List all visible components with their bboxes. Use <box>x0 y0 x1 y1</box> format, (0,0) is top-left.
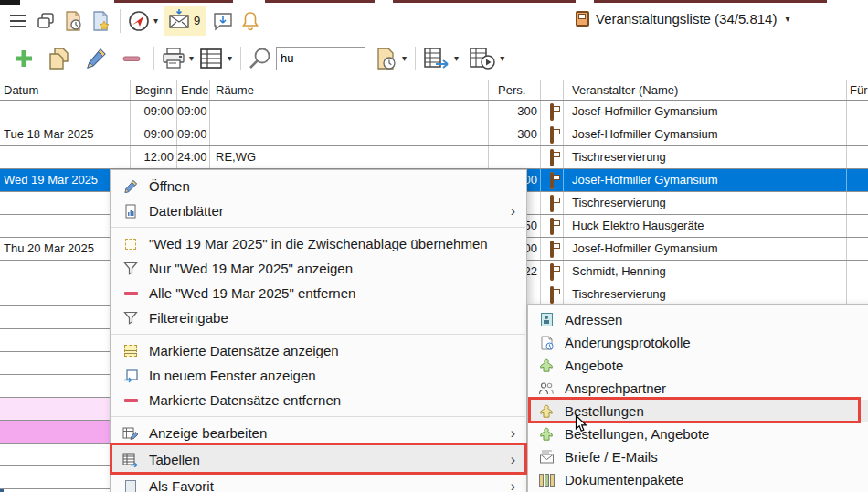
menu-item-remove-all[interactable]: Alle "Wed 19 Mar 2025" entfernen <box>111 281 526 305</box>
new-window-icon <box>122 369 140 383</box>
pencil-icon <box>122 179 140 194</box>
favorite-icon <box>122 480 140 492</box>
menu-item-tables[interactable]: Tabellen› <box>111 445 526 474</box>
col-header-veranstalter[interactable]: Veranstalter (Name) <box>564 80 847 100</box>
view-selector[interactable]: Veranstaltungsliste (34/5.814) ▾ <box>576 11 793 27</box>
view-selector-label: Veranstaltungsliste (34/5.814) <box>596 11 777 27</box>
chevron-down-icon[interactable]: ▾ <box>454 53 459 63</box>
menu-icon[interactable] <box>5 6 32 36</box>
submenu-item-adressen[interactable]: Adressen <box>528 308 868 331</box>
copy-icon[interactable] <box>40 44 77 73</box>
menu-item-as-favorite[interactable]: Als Favorit› <box>111 474 526 492</box>
menu-item-datasheets[interactable]: Datenblätter› <box>111 198 526 223</box>
remove-icon <box>122 399 140 402</box>
cell-icon <box>541 283 564 305</box>
cell-pers: 300 <box>489 123 541 145</box>
chevron-down-icon[interactable]: ▾ <box>785 14 789 24</box>
cell-veranstalter: Huck Elektro Hausgeräte <box>564 215 847 237</box>
menu-item-filter-input[interactable]: Filtereingabe <box>111 305 526 330</box>
menu-item-label: Markierte Datensätze entfernen <box>149 392 521 408</box>
menu-separator <box>111 227 525 228</box>
menu-item-open[interactable]: Öffnen <box>111 174 526 198</box>
comment-download-icon[interactable] <box>209 6 237 36</box>
cell-icon <box>541 146 564 168</box>
menu-item-label: Öffnen <box>149 178 521 194</box>
search-icon[interactable] <box>247 44 274 73</box>
cell-icon <box>541 101 564 123</box>
menu-item-label: Ansprechpartner <box>565 380 866 396</box>
cell-ende: 09:00 <box>177 123 210 145</box>
navigate-icon[interactable] <box>126 6 152 36</box>
col-header-raeume[interactable]: Räume <box>210 80 489 100</box>
remove-icon[interactable] <box>115 44 148 73</box>
col-header-beginn[interactable]: Beginn <box>131 80 177 100</box>
book-icon <box>550 284 554 305</box>
col-header-fuer[interactable]: Für <box>847 80 868 100</box>
menu-item-label: Angebote <box>565 358 866 373</box>
windows-icon[interactable] <box>32 6 59 36</box>
menu-item-filter-only[interactable]: Nur "Wed 19 Mar 2025" anzeigen <box>111 256 526 281</box>
chevron-down-icon[interactable]: ▾ <box>500 53 504 63</box>
table-row[interactable]: Tue 18 Mar 202509:0009:00300Josef-Hofmil… <box>0 123 868 146</box>
menu-item-label: Bestellungen, Angebote <box>565 426 866 442</box>
chevron-down-icon[interactable]: ▾ <box>402 53 407 63</box>
book-icon <box>550 262 554 283</box>
submenu-item-angebote[interactable]: Angebote <box>528 354 868 377</box>
submenu-item-bestellungen-angebote[interactable]: Bestellungen, Angebote <box>528 422 868 445</box>
table-export-icon[interactable] <box>421 44 452 73</box>
favorite-document-icon[interactable] <box>87 6 114 36</box>
mail-received-button[interactable]: 9 <box>164 6 206 36</box>
menu-item-copy-to-clipboard[interactable]: "Wed 19 Mar 2025" in die Zwischenablage … <box>111 231 526 256</box>
chevron-right-icon: › <box>511 426 515 441</box>
cell-fuer <box>847 283 868 305</box>
submenu-item-bestellungen[interactable]: Bestellungen <box>528 400 868 422</box>
table-row[interactable]: 09:0009:00300Josef-Hofmiller Gymansium <box>0 101 868 123</box>
menu-item-label: Änderungsprotokolle <box>565 335 866 350</box>
add-icon[interactable] <box>7 44 40 73</box>
menu-item-remove-marked[interactable]: Markierte Datensätze entfernen <box>111 388 526 412</box>
menu-item-label: Adressen <box>565 312 866 327</box>
schedule-document-icon[interactable] <box>371 44 400 73</box>
table-run-icon[interactable] <box>467 44 498 73</box>
edge-fragment <box>265 0 375 3</box>
menu-item-edit-display[interactable]: Anzeige bearbeiten› <box>111 421 526 445</box>
col-header-pers[interactable]: Pers. <box>489 80 541 100</box>
cell-veranstalter: Josef-Hofmiller Gymansium <box>564 169 847 191</box>
cell-veranstalter: Tischreservierung <box>564 283 847 305</box>
table-row[interactable]: 12:0024:00RE,WGTischreservierung <box>0 146 868 169</box>
menu-item-label: Anzeige bearbeiten <box>149 425 511 441</box>
chevron-down-icon[interactable]: ▾ <box>153 16 158 26</box>
primary-toolbar: ▾ 9 Veranstaltungsliste (34/5.814) ▾ <box>0 5 868 37</box>
bell-icon[interactable] <box>237 6 264 36</box>
recent-document-icon[interactable] <box>59 6 87 36</box>
cell-icon <box>541 123 564 145</box>
col-header-ende[interactable]: Ende <box>177 80 210 100</box>
submenu-item-ansprechpartner[interactable]: Ansprechpartner <box>528 377 868 400</box>
toolbar-separator <box>415 47 416 70</box>
submenu-item-aenderungsprotokolle[interactable]: Änderungsprotokolle <box>528 331 868 354</box>
chevron-down-icon[interactable]: ▾ <box>228 53 232 63</box>
menu-item-label: Dokumentenpakete <box>565 472 866 487</box>
submenu-item-dokumentenpakete[interactable]: Dokumentenpakete <box>528 468 868 491</box>
menu-item-label: Nur "Wed 19 Mar 2025" anzeigen <box>149 261 521 276</box>
app-window: ▾ 9 Veranstaltungsliste (34/5.814) ▾ <box>0 0 868 492</box>
selection-icon <box>122 239 140 250</box>
cell-icon <box>541 169 564 191</box>
col-header-datum[interactable]: Datum <box>0 80 131 100</box>
cell-beginn: 09:00 <box>131 123 177 145</box>
cell-fuer <box>847 215 868 237</box>
cell-veranstalter: Schmidt, Henning <box>564 261 847 283</box>
submenu-item-briefe-emails[interactable]: Briefe / E-Mails <box>528 445 868 468</box>
menu-item-label: Markierte Datensätze anzeigen <box>149 343 521 358</box>
col-header-icon[interactable] <box>541 80 564 100</box>
table-icon[interactable] <box>196 44 226 73</box>
quick-search-input[interactable] <box>276 47 365 70</box>
chevron-right-icon: › <box>511 453 515 467</box>
menu-item-show-new-window[interactable]: In neuem Fenster anzeigen <box>111 363 526 388</box>
chevron-down-icon[interactable]: ▾ <box>189 53 194 63</box>
edit-icon[interactable] <box>77 44 115 73</box>
cell-ende: 24:00 <box>177 146 210 168</box>
menu-item-show-marked[interactable]: Markierte Datensätze anzeigen <box>111 338 526 363</box>
print-icon[interactable] <box>160 44 187 73</box>
datasheet-icon <box>122 204 140 219</box>
